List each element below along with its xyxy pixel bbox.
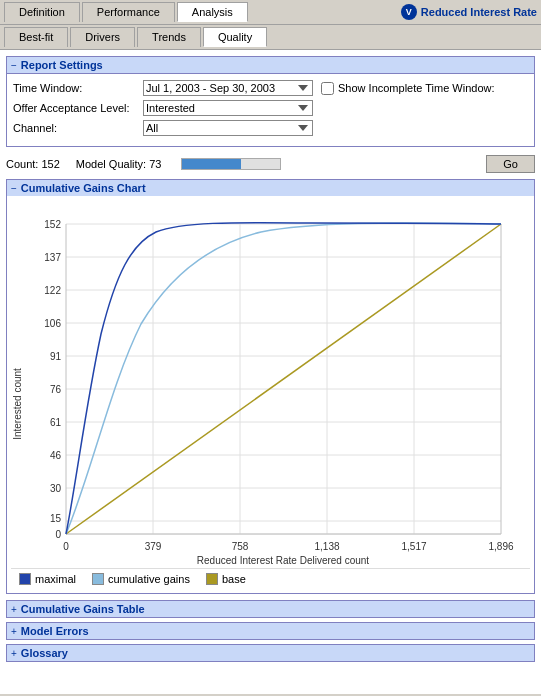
offer-acceptance-row: Offer Acceptance Level: Interested <box>13 100 528 116</box>
legend-base: base <box>206 573 246 585</box>
top-header: Definition Performance Analysis V Reduce… <box>0 0 541 25</box>
glossary-section: + Glossary <box>6 644 535 662</box>
time-window-row: Time Window: Jul 1, 2003 - Sep 30, 2003 … <box>13 80 528 96</box>
tab-quality[interactable]: Quality <box>203 27 267 47</box>
svg-text:122: 122 <box>44 285 61 296</box>
svg-text:1,138: 1,138 <box>314 541 339 552</box>
sub-tabs: Best-fit Drivers Trends Quality <box>0 25 541 50</box>
legend-maximal-label: maximal <box>35 573 76 585</box>
channel-row: Channel: All <box>13 120 528 136</box>
svg-text:15: 15 <box>50 513 62 524</box>
tab-bestfit[interactable]: Best-fit <box>4 27 68 47</box>
svg-text:106: 106 <box>44 318 61 329</box>
svg-text:Reduced Interest Rate Delivere: Reduced Interest Rate Delivered count <box>197 555 370 564</box>
y-axis-label: Interested count <box>12 368 23 440</box>
tab-analysis[interactable]: Analysis <box>177 2 248 22</box>
svg-text:46: 46 <box>50 450 62 461</box>
chart-legend: maximal cumulative gains base <box>11 568 530 589</box>
main-content: − Report Settings Time Window: Jul 1, 20… <box>0 50 541 694</box>
model-errors-section: + Model Errors <box>6 622 535 640</box>
model-errors-title: Model Errors <box>21 625 89 637</box>
gains-table-expand-icon: + <box>11 604 17 615</box>
legend-cumulative-label: cumulative gains <box>108 573 190 585</box>
offer-acceptance-label: Offer Acceptance Level: <box>13 102 143 114</box>
legend-cumulative: cumulative gains <box>92 573 190 585</box>
model-errors-expand-icon: + <box>11 626 17 637</box>
brand-badge: V Reduced Interest Rate <box>401 4 537 20</box>
legend-base-label: base <box>222 573 246 585</box>
top-tabs: Definition Performance Analysis <box>4 2 401 22</box>
channel-label: Channel: <box>13 122 143 134</box>
svg-text:91: 91 <box>50 351 62 362</box>
legend-base-box <box>206 573 218 585</box>
quality-bar-bg <box>181 158 281 170</box>
legend-maximal: maximal <box>19 573 76 585</box>
svg-text:0: 0 <box>55 529 61 540</box>
report-settings-header: − Report Settings <box>7 57 534 74</box>
svg-text:379: 379 <box>145 541 162 552</box>
tab-drivers[interactable]: Drivers <box>70 27 135 47</box>
show-incomplete-checkbox[interactable] <box>321 82 334 95</box>
model-quality-stat: Model Quality: 73 <box>76 158 162 170</box>
settings-expand-icon[interactable]: − <box>11 60 17 71</box>
chart-svg: Interested count <box>11 204 521 564</box>
svg-text:0: 0 <box>63 541 69 552</box>
chart-area: Interested count <box>7 196 534 593</box>
svg-text:76: 76 <box>50 384 62 395</box>
tab-performance[interactable]: Performance <box>82 2 175 22</box>
stats-row: Count: 152 Model Quality: 73 Go <box>6 155 535 173</box>
channel-select[interactable]: All <box>143 120 313 136</box>
svg-text:137: 137 <box>44 252 61 263</box>
cumulative-gains-table-section: + Cumulative Gains Table <box>6 600 535 618</box>
quality-bar-fill <box>182 159 241 169</box>
cumulative-gains-table-header[interactable]: + Cumulative Gains Table <box>7 601 534 617</box>
chart-container: Interested count <box>11 204 530 564</box>
gains-table-title: Cumulative Gains Table <box>21 603 145 615</box>
legend-maximal-box <box>19 573 31 585</box>
svg-text:30: 30 <box>50 483 62 494</box>
report-settings: − Report Settings Time Window: Jul 1, 20… <box>6 56 535 147</box>
tab-trends[interactable]: Trends <box>137 27 201 47</box>
go-button[interactable]: Go <box>486 155 535 173</box>
chart-expand-icon: − <box>11 183 17 194</box>
offer-acceptance-select[interactable]: Interested <box>143 100 313 116</box>
chart-section: − Cumulative Gains Chart Interested coun… <box>6 179 535 594</box>
glossary-header[interactable]: + Glossary <box>7 645 534 661</box>
time-window-label: Time Window: <box>13 82 143 94</box>
brand-name: Reduced Interest Rate <box>421 6 537 18</box>
count-stat: Count: 152 <box>6 158 60 170</box>
model-errors-header[interactable]: + Model Errors <box>7 623 534 639</box>
svg-text:152: 152 <box>44 219 61 230</box>
report-settings-title: Report Settings <box>21 59 103 71</box>
chart-header[interactable]: − Cumulative Gains Chart <box>7 180 534 196</box>
chart-title: Cumulative Gains Chart <box>21 182 146 194</box>
tab-definition[interactable]: Definition <box>4 2 80 22</box>
svg-text:1,517: 1,517 <box>401 541 426 552</box>
svg-text:61: 61 <box>50 417 62 428</box>
time-window-select[interactable]: Jul 1, 2003 - Sep 30, 2003 <box>143 80 313 96</box>
svg-text:758: 758 <box>232 541 249 552</box>
glossary-expand-icon: + <box>11 648 17 659</box>
legend-cumulative-box <box>92 573 104 585</box>
svg-text:1,896: 1,896 <box>488 541 513 552</box>
quality-bar-container <box>177 158 486 170</box>
show-incomplete-label: Show Incomplete Time Window: <box>321 82 495 95</box>
brand-icon: V <box>401 4 417 20</box>
glossary-title: Glossary <box>21 647 68 659</box>
